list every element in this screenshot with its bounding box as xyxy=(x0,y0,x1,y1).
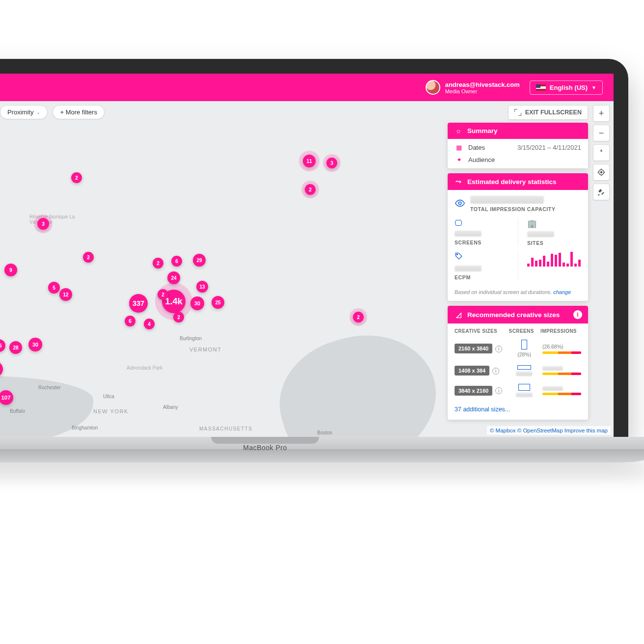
region-label-mass: MASSACHUSETTS xyxy=(199,426,252,431)
building-icon: 🏢 xyxy=(527,219,537,228)
map-cluster-bubble[interactable]: 6 xyxy=(171,256,182,267)
blurred-value xyxy=(542,366,563,371)
info-icon[interactable]: i xyxy=(492,368,499,375)
blurred-value xyxy=(455,266,482,271)
creative-table-head: CREATIVE SIZES SCREENS IMPRESSIONS xyxy=(448,323,588,336)
delivery-icon: ⤳ xyxy=(454,178,463,186)
map-cluster-bubble[interactable]: 2 xyxy=(305,184,316,195)
map-cluster-bubble[interactable]: 6 xyxy=(125,316,135,326)
stats-card: ⤳ Estimated delivery statistics TOTAL IM… xyxy=(448,173,588,301)
aspect-ratio-icon xyxy=(518,384,530,391)
lake-shape xyxy=(265,318,451,437)
map-cluster-bubble[interactable]: 13 xyxy=(196,281,208,293)
svg-point-3 xyxy=(456,254,457,255)
user-menu[interactable]: andreas@hivestack.com Media Owner xyxy=(426,80,520,95)
map-cluster-bubble[interactable]: 25 xyxy=(212,296,224,309)
map-cluster-bubble[interactable]: 2 xyxy=(71,172,82,183)
map-cluster-bubble[interactable]: 4 xyxy=(144,319,155,329)
creative-size-row[interactable]: 2160 x 3840i(28%)(26.68%) xyxy=(448,336,588,361)
map-cluster-bubble[interactable]: 28 xyxy=(9,341,22,354)
satellite-toggle-button[interactable] xyxy=(593,184,610,200)
blurred-value xyxy=(542,386,563,391)
tag-icon xyxy=(455,252,463,263)
map-cluster-bubble[interactable]: 2 xyxy=(153,258,163,268)
map-cluster-bubble[interactable]: 9 xyxy=(4,264,17,276)
map-cluster-bubble[interactable]: 337 xyxy=(129,294,148,313)
blurred-value xyxy=(455,231,482,237)
change-duration-link[interactable]: change xyxy=(553,289,571,295)
ruler-icon: ◿ xyxy=(454,311,463,319)
creative-card: ◿ Recommended creative sizes i CREATIVE … xyxy=(448,306,588,420)
screen-icon: 🖵 xyxy=(455,219,462,228)
user-email: andreas@hivestack.com xyxy=(445,81,520,88)
geolocate-button[interactable] xyxy=(593,164,610,181)
zoom-out-button[interactable]: − xyxy=(593,125,610,141)
city-label: Utica xyxy=(103,394,114,399)
blurred-value xyxy=(527,231,554,237)
zoom-in-button[interactable]: + xyxy=(593,105,610,122)
region-label-vermont: VERMONT xyxy=(189,347,222,352)
map-cluster-bubble[interactable]: 30 xyxy=(190,296,204,310)
map-cluster-bubble[interactable]: 3 xyxy=(326,158,337,168)
city-label: Burlington xyxy=(180,336,202,341)
avatar xyxy=(426,80,440,95)
map-cluster-bubble[interactable]: 26 xyxy=(0,339,5,352)
language-label: English (US) xyxy=(550,84,588,91)
map-cluster-bubble[interactable]: 5 xyxy=(48,282,60,294)
creative-size-row[interactable]: 1408 x 384i xyxy=(448,361,588,380)
info-icon[interactable]: i xyxy=(495,346,502,352)
sparkline-chart xyxy=(527,252,581,267)
region-label-adirondack: Adirondack Park xyxy=(127,365,162,371)
map-cluster-bubble[interactable]: 165 xyxy=(0,361,3,377)
attribution-osm[interactable]: © OpenStreetMap xyxy=(517,428,563,433)
aspect-ratio-icon xyxy=(521,340,527,349)
chevron-down-icon: ▼ xyxy=(591,85,596,90)
map-cluster-bubble[interactable]: 12 xyxy=(59,288,72,301)
creative-size-row[interactable]: 3840 x 2160i xyxy=(448,380,588,401)
region-label-newyork: NEW YORK xyxy=(93,408,129,414)
stats-header: ⤳ Estimated delivery statistics xyxy=(448,173,588,190)
map-cluster-bubble[interactable]: 3 xyxy=(37,218,49,230)
audience-icon: ✦ xyxy=(455,156,463,163)
map-controls: + − xyxy=(593,105,610,200)
blurred-value xyxy=(516,372,533,376)
side-panel: ☼ Summary ▦ Dates 3/15/2021 – 4/11/2021 … xyxy=(448,123,588,420)
info-icon[interactable]: i xyxy=(495,387,502,394)
map-cluster-bubble[interactable]: 2 xyxy=(158,289,168,300)
dimension-pill: 2160 x 3840 xyxy=(455,344,492,353)
map-cluster-bubble[interactable]: 2 xyxy=(173,312,184,322)
more-sizes-link[interactable]: 37 additional sizes... xyxy=(448,401,588,420)
exit-fullscreen-button[interactable]: EXIT FULLSCREEN xyxy=(508,105,588,120)
attribution-improve[interactable]: Improve this map xyxy=(564,428,608,433)
map-cluster-bubble[interactable]: 24 xyxy=(167,271,180,284)
creative-header: ◿ Recommended creative sizes i xyxy=(448,306,588,323)
summary-audience-row: ✦ Audience xyxy=(448,156,588,168)
info-icon[interactable]: i xyxy=(573,310,582,319)
summary-header: ☼ Summary xyxy=(448,123,588,139)
city-label: Boston xyxy=(317,430,332,435)
collapse-icon xyxy=(514,109,521,116)
impressions-bar xyxy=(542,373,581,375)
summary-icon: ☼ xyxy=(454,127,463,134)
map-cluster-bubble[interactable]: 11 xyxy=(303,155,316,167)
attribution-mapbox[interactable]: © Mapbox xyxy=(490,428,516,433)
filter-chip-proximity[interactable]: Proximity ⌄ xyxy=(0,105,48,119)
dimension-pill: 1408 x 384 xyxy=(455,366,489,376)
svg-point-2 xyxy=(458,202,461,205)
aspect-ratio-icon xyxy=(517,365,531,370)
map-cluster-bubble[interactable]: 2 xyxy=(83,252,94,263)
impressions-bar xyxy=(542,351,581,354)
city-label: Rochester xyxy=(38,385,61,390)
map-attribution: © Mapbox © OpenStreetMap Improve this ma… xyxy=(487,426,611,435)
map-cluster-bubble[interactable]: 30 xyxy=(28,338,42,351)
city-label: Buffalo xyxy=(10,408,25,414)
reset-north-button[interactable] xyxy=(593,144,610,161)
svg-point-0 xyxy=(600,171,603,174)
map-cluster-bubble[interactable]: 2 xyxy=(353,312,364,322)
chevron-down-icon: ⌄ xyxy=(36,109,40,115)
blurred-value xyxy=(516,393,533,397)
filter-chip-more[interactable]: + More filters xyxy=(53,105,105,119)
language-picker[interactable]: English (US) ▼ xyxy=(530,80,603,95)
filter-bar: es ⌄ Markets ⌄ Proximity ⌄ + More filter… xyxy=(0,105,105,119)
map-cluster-bubble[interactable]: 29 xyxy=(193,254,206,267)
